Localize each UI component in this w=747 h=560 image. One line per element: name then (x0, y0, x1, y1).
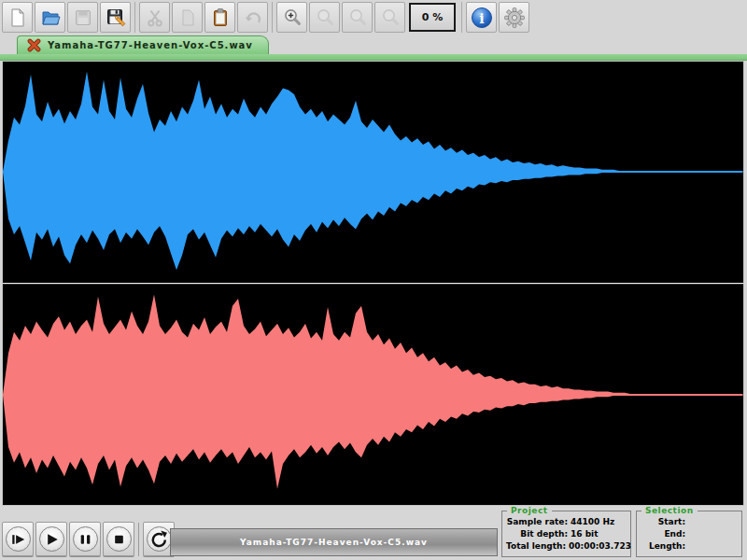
toolbar-separator (134, 2, 135, 33)
settings-button[interactable] (499, 2, 529, 33)
waveform-display[interactable] (3, 62, 743, 505)
zoom-selection-icon (380, 7, 401, 28)
zoom-fit-icon (347, 7, 368, 28)
pause-icon (73, 526, 98, 552)
selection-legend: Selection (641, 506, 698, 515)
info-icon: i (471, 7, 493, 29)
waveform-panel[interactable] (2, 61, 744, 506)
open-folder-icon (40, 7, 61, 28)
svg-text:i: i (479, 10, 484, 25)
transport-controls (2, 522, 176, 556)
zoom-out-icon (315, 7, 335, 28)
tab-title: Yamaha-TG77-Heaven-Vox-C5.wav (48, 40, 253, 50)
project-legend: Project (507, 506, 552, 515)
selection-start-row: Start: (641, 516, 738, 528)
toolbar-separator (461, 2, 462, 33)
right-channel-waveform[interactable] (3, 295, 742, 489)
zoom-fit-button[interactable] (342, 2, 373, 33)
cut-scissors-icon (145, 7, 165, 28)
stop-icon (106, 526, 132, 552)
zoom-selection-button[interactable] (374, 2, 405, 33)
save-as-button[interactable] (100, 2, 131, 33)
play-from-start-button[interactable] (2, 522, 34, 556)
undo-arrow-icon (243, 7, 263, 28)
pause-button[interactable] (69, 522, 101, 556)
paste-button[interactable] (204, 2, 235, 33)
audio-editor-window: 0 % i (0, 0, 747, 560)
save-button[interactable] (67, 2, 98, 33)
current-file-display: Yamaha-TG77-Heaven-Vox-C5.wav (170, 528, 498, 556)
selection-end-row: End: (641, 528, 738, 540)
tab-file[interactable]: Yamaha-TG77-Heaven-Vox-C5.wav (17, 35, 269, 54)
zoom-in-icon (282, 7, 303, 28)
transport-separator (138, 523, 139, 556)
copy-icon (177, 7, 198, 28)
open-file-button[interactable] (35, 2, 65, 33)
info-button[interactable]: i (466, 2, 497, 33)
close-tab-icon[interactable] (27, 38, 41, 52)
undo-button[interactable] (237, 2, 268, 33)
selection-length-row: Length: (641, 540, 738, 553)
play-from-start-icon (6, 526, 31, 552)
gear-icon (503, 7, 526, 29)
tab-bar: Yamaha-TG77-Heaven-Vox-C5.wav (0, 35, 747, 54)
zoom-in-button[interactable] (276, 2, 307, 33)
loop-icon (147, 526, 172, 552)
project-total-length-row: Total length: 00:00:03.723 (506, 540, 627, 553)
stop-button[interactable] (103, 522, 134, 556)
channel-separator (3, 283, 743, 284)
play-button[interactable] (35, 522, 67, 556)
save-as-icon (106, 7, 126, 28)
paste-clipboard-icon (210, 7, 231, 28)
toolbar-separator (272, 2, 273, 33)
tab-bar-strip (0, 54, 747, 61)
left-channel-waveform[interactable] (3, 72, 742, 271)
new-file-icon (7, 7, 28, 28)
save-icon (73, 7, 93, 28)
copy-button[interactable] (172, 2, 203, 33)
new-file-button[interactable] (2, 2, 33, 33)
project-bit-depth-row: Bit depth: 16 bit (506, 528, 627, 540)
current-file-name: Yamaha-TG77-Heaven-Vox-C5.wav (240, 538, 428, 547)
play-icon (39, 526, 64, 552)
project-info-box: Project Sample rate: 44100 Hz Bit depth:… (501, 511, 631, 557)
cut-button[interactable] (139, 2, 170, 33)
project-sample-rate-row: Sample rate: 44100 Hz (506, 516, 627, 528)
toolbar: 0 % i (0, 0, 747, 35)
zoom-out-button[interactable] (309, 2, 340, 33)
selection-info-box: Selection Start: End: Length: (636, 511, 742, 557)
zoom-level-display: 0 % (409, 3, 456, 32)
